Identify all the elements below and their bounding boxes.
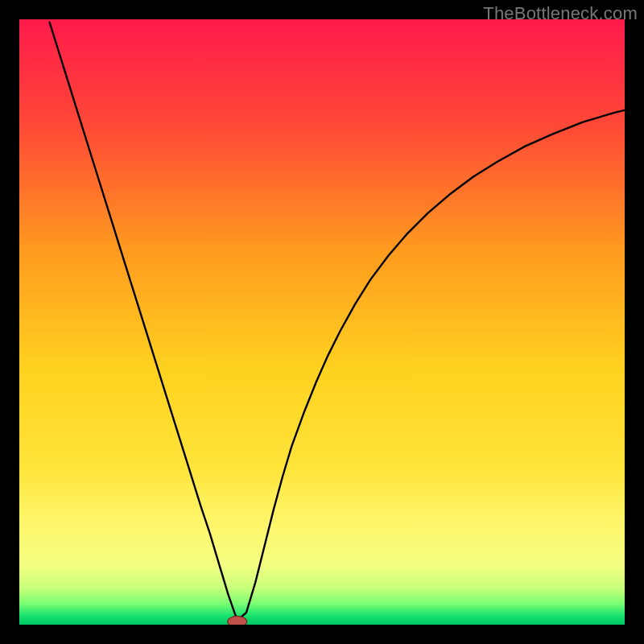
chart-svg (19, 19, 625, 625)
plot-area (19, 19, 625, 625)
optimal-marker (228, 616, 247, 625)
watermark-text: TheBottleneck.com (483, 3, 638, 24)
chart-frame: TheBottleneck.com (0, 0, 644, 644)
gradient-background (19, 19, 625, 625)
